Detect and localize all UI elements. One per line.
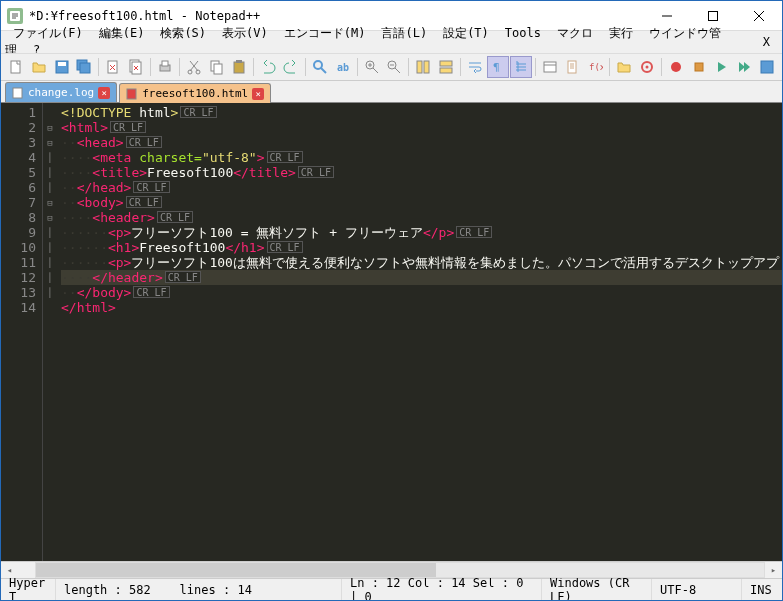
svg-rect-23 bbox=[417, 61, 422, 73]
menu-item[interactable]: Tools bbox=[497, 24, 549, 42]
svg-rect-16 bbox=[214, 64, 222, 74]
file-icon bbox=[12, 87, 24, 99]
svg-rect-29 bbox=[568, 61, 576, 73]
svg-rect-36 bbox=[13, 88, 22, 98]
svg-rect-18 bbox=[236, 60, 242, 63]
svg-rect-5 bbox=[58, 62, 66, 66]
file-tab[interactable]: freesoft100.html× bbox=[119, 83, 271, 103]
svg-text:ab: ab bbox=[337, 62, 349, 73]
zoom-in-icon[interactable] bbox=[361, 56, 383, 78]
horizontal-scrollbar[interactable]: ◂ ▸ bbox=[1, 561, 782, 578]
code-area[interactable]: <!DOCTYPE html>CR LF<html>CR LF··<head>C… bbox=[57, 103, 782, 561]
svg-rect-37 bbox=[127, 89, 136, 99]
menu-item[interactable]: 編集(E) bbox=[91, 24, 153, 42]
copy-icon[interactable] bbox=[206, 56, 228, 78]
doc-map-icon[interactable] bbox=[561, 56, 583, 78]
fold-column[interactable]: ⊟⊟│││⊟⊟│││││ bbox=[43, 103, 57, 561]
show-all-chars-icon[interactable]: ¶ bbox=[487, 56, 509, 78]
status-position: Ln : 12 Col : 14 Sel : 0 | 0 bbox=[342, 579, 542, 600]
menu-item[interactable]: 設定(T) bbox=[435, 24, 497, 42]
status-length: length : 582 lines : 14 bbox=[56, 579, 342, 600]
menu-item[interactable]: 実行 bbox=[601, 24, 641, 42]
folder-icon[interactable] bbox=[613, 56, 635, 78]
menu-item[interactable]: 検索(S) bbox=[152, 24, 214, 42]
menu-extra[interactable]: X bbox=[763, 35, 778, 49]
status-insert-mode[interactable]: INS bbox=[742, 579, 782, 600]
stop-icon[interactable] bbox=[688, 56, 710, 78]
cut-icon[interactable] bbox=[183, 56, 205, 78]
svg-rect-12 bbox=[162, 61, 168, 66]
zoom-out-icon[interactable] bbox=[384, 56, 406, 78]
new-file-icon[interactable] bbox=[5, 56, 27, 78]
find-icon[interactable] bbox=[309, 56, 331, 78]
app-icon bbox=[7, 8, 23, 24]
toolbar: ab ¶ f(x) bbox=[1, 53, 782, 81]
svg-point-32 bbox=[645, 66, 648, 69]
scroll-thumb[interactable] bbox=[36, 563, 436, 577]
play-multi-icon[interactable] bbox=[733, 56, 755, 78]
statusbar: Hyper T length : 582 lines : 14 Ln : 12 … bbox=[1, 578, 782, 600]
svg-rect-17 bbox=[234, 62, 244, 73]
svg-point-33 bbox=[671, 62, 681, 72]
svg-rect-25 bbox=[440, 61, 452, 66]
tab-close-icon[interactable]: × bbox=[98, 87, 110, 99]
lang-icon[interactable] bbox=[539, 56, 561, 78]
save-icon[interactable] bbox=[51, 56, 73, 78]
window-title: *D:¥freesoft100.html - Notepad++ bbox=[29, 9, 644, 23]
menu-item[interactable]: ファイル(F) bbox=[5, 24, 91, 42]
close-file-icon[interactable] bbox=[102, 56, 124, 78]
tab-label: freesoft100.html bbox=[142, 87, 248, 100]
tab-label: change.log bbox=[28, 86, 94, 99]
tabbar: change.log×freesoft100.html× bbox=[1, 81, 782, 103]
close-all-icon[interactable] bbox=[125, 56, 147, 78]
redo-icon[interactable] bbox=[280, 56, 302, 78]
undo-icon[interactable] bbox=[257, 56, 279, 78]
record-icon[interactable] bbox=[665, 56, 687, 78]
indent-guide-icon[interactable] bbox=[510, 56, 532, 78]
svg-point-19 bbox=[314, 61, 322, 69]
svg-rect-2 bbox=[709, 11, 718, 20]
status-type: Hyper T bbox=[1, 579, 56, 600]
menu-item[interactable]: 言語(L) bbox=[373, 24, 435, 42]
open-file-icon[interactable] bbox=[28, 56, 50, 78]
paste-icon[interactable] bbox=[229, 56, 251, 78]
scroll-track[interactable] bbox=[35, 562, 765, 578]
status-encoding[interactable]: UTF-8 bbox=[652, 579, 742, 600]
svg-rect-7 bbox=[80, 63, 90, 73]
wordwrap-icon[interactable] bbox=[464, 56, 486, 78]
print-icon[interactable] bbox=[154, 56, 176, 78]
svg-rect-28 bbox=[544, 62, 556, 72]
monitor-icon[interactable] bbox=[636, 56, 658, 78]
svg-rect-24 bbox=[424, 61, 429, 73]
sync-h-icon[interactable] bbox=[435, 56, 457, 78]
scroll-right-button[interactable]: ▸ bbox=[765, 562, 782, 577]
svg-text:f(x): f(x) bbox=[589, 62, 603, 72]
save-macro-icon[interactable] bbox=[756, 56, 778, 78]
file-tab[interactable]: change.log× bbox=[5, 82, 117, 102]
menu-item[interactable]: 表示(V) bbox=[214, 24, 276, 42]
menu-item[interactable]: エンコード(M) bbox=[276, 24, 374, 42]
play-icon[interactable] bbox=[710, 56, 732, 78]
tab-close-icon[interactable]: × bbox=[252, 88, 264, 100]
save-all-icon[interactable] bbox=[74, 56, 96, 78]
svg-rect-26 bbox=[440, 68, 452, 73]
svg-text:¶: ¶ bbox=[493, 61, 500, 74]
file-icon bbox=[126, 88, 138, 100]
status-eol[interactable]: Windows (CR LF) bbox=[542, 579, 652, 600]
sync-v-icon[interactable] bbox=[412, 56, 434, 78]
editor[interactable]: 1234567891011121314 ⊟⊟│││⊟⊟│││││ <!DOCTY… bbox=[1, 103, 782, 561]
svg-rect-35 bbox=[761, 61, 773, 73]
line-gutter: 1234567891011121314 bbox=[1, 103, 43, 561]
menubar: ファイル(F)編集(E)検索(S)表示(V)エンコード(M)言語(L)設定(T)… bbox=[1, 31, 782, 53]
menu-item[interactable]: マクロ bbox=[549, 24, 601, 42]
func-list-icon[interactable]: f(x) bbox=[584, 56, 606, 78]
replace-icon[interactable]: ab bbox=[332, 56, 354, 78]
svg-rect-34 bbox=[695, 63, 703, 71]
